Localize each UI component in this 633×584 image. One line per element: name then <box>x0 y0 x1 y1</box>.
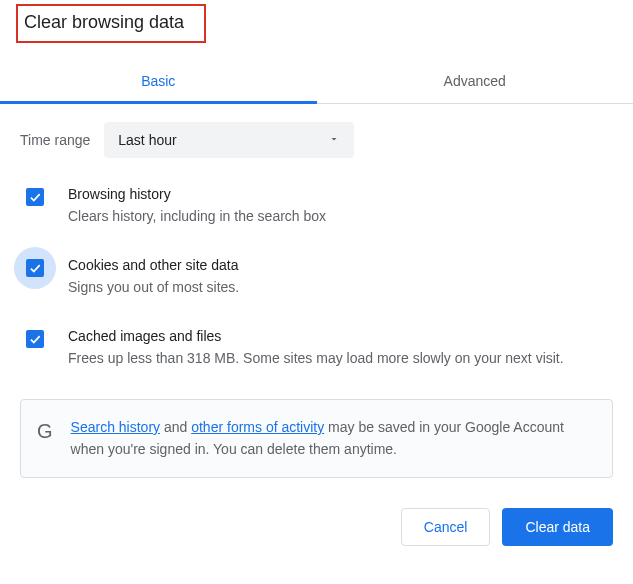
clear-data-button-label: Clear data <box>525 519 590 535</box>
chevron-down-icon <box>328 132 340 148</box>
dialog-title-wrap: Clear browsing data <box>0 0 633 51</box>
option-text: Cached images and files Frees up less th… <box>68 328 564 369</box>
cancel-button-label: Cancel <box>424 519 468 535</box>
tab-advanced-label: Advanced <box>444 73 506 89</box>
option-text: Browsing history Clears history, includi… <box>68 186 326 227</box>
notice-text: Search history and other forms of activi… <box>71 416 596 461</box>
time-range-label: Time range <box>20 132 90 148</box>
tab-basic[interactable]: Basic <box>0 61 317 103</box>
link-search-history[interactable]: Search history <box>71 419 160 435</box>
clear-data-button[interactable]: Clear data <box>502 508 613 546</box>
notice-mid1: and <box>160 419 191 435</box>
dialog-body: Time range Last hour Browsing history Cl… <box>0 104 633 478</box>
option-desc: Frees up less than 318 MB. Some sites ma… <box>68 348 564 369</box>
dialog-title: Clear browsing data <box>16 4 206 43</box>
option-title: Cookies and other site data <box>68 257 239 273</box>
google-logo-icon: G <box>37 420 53 443</box>
tab-basic-label: Basic <box>141 73 175 89</box>
time-range-row: Time range Last hour <box>20 122 613 158</box>
option-browsing-history: Browsing history Clears history, includi… <box>20 186 613 227</box>
cancel-button[interactable]: Cancel <box>401 508 491 546</box>
clear-browsing-data-dialog: Clear browsing data Basic Advanced Time … <box>0 0 633 566</box>
tabs: Basic Advanced <box>0 61 633 104</box>
checkbox-browsing-history[interactable] <box>26 188 44 206</box>
option-text: Cookies and other site data Signs you ou… <box>68 257 239 298</box>
checkbox-cached[interactable] <box>26 330 44 348</box>
option-cookies: Cookies and other site data Signs you ou… <box>20 257 613 298</box>
checkbox-cookies[interactable] <box>26 259 44 277</box>
option-cached: Cached images and files Frees up less th… <box>20 328 613 369</box>
time-range-value: Last hour <box>118 132 176 148</box>
link-other-forms[interactable]: other forms of activity <box>191 419 324 435</box>
dialog-actions: Cancel Clear data <box>0 478 633 546</box>
time-range-select[interactable]: Last hour <box>104 122 354 158</box>
option-title: Cached images and files <box>68 328 564 344</box>
tab-advanced[interactable]: Advanced <box>317 61 634 103</box>
google-account-notice: G Search history and other forms of acti… <box>20 399 613 478</box>
option-desc: Clears history, including in the search … <box>68 206 326 227</box>
option-desc: Signs you out of most sites. <box>68 277 239 298</box>
option-title: Browsing history <box>68 186 326 202</box>
